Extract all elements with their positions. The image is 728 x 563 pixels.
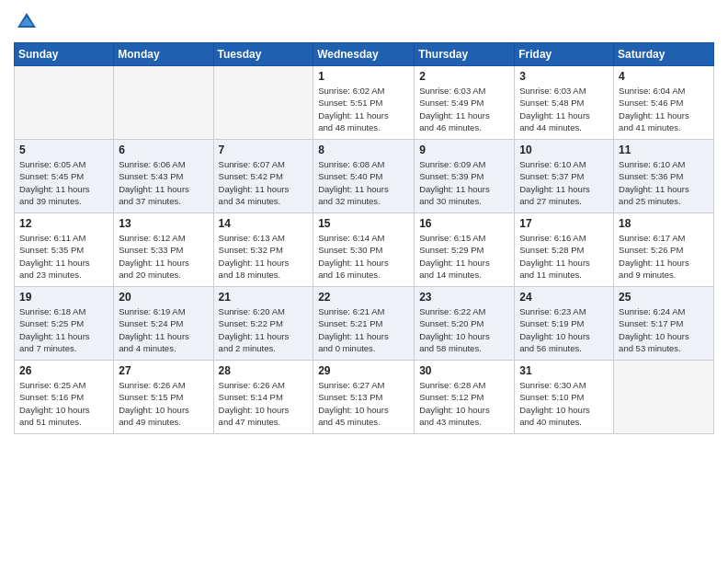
day-number: 31 (519, 364, 609, 377)
calendar-cell: 16Sunrise: 6:15 AM Sunset: 5:29 PM Dayli… (415, 213, 515, 287)
day-number: 21 (219, 291, 309, 304)
day-info: Sunrise: 6:14 AM Sunset: 5:30 PM Dayligh… (318, 232, 409, 281)
calendar-week-row: 26Sunrise: 6:25 AM Sunset: 5:16 PM Dayli… (15, 361, 714, 434)
calendar-cell: 15Sunrise: 6:14 AM Sunset: 5:30 PM Dayli… (313, 213, 415, 287)
calendar-cell: 2Sunrise: 6:03 AM Sunset: 5:49 PM Daylig… (415, 66, 515, 140)
calendar-cell: 9Sunrise: 6:09 AM Sunset: 5:39 PM Daylig… (415, 140, 515, 213)
day-number: 24 (519, 291, 609, 304)
calendar-cell: 29Sunrise: 6:27 AM Sunset: 5:13 PM Dayli… (313, 361, 415, 434)
day-number: 28 (219, 364, 309, 377)
weekday-header-row: SundayMondayTuesdayWednesdayThursdayFrid… (15, 43, 714, 66)
day-info: Sunrise: 6:10 AM Sunset: 5:36 PM Dayligh… (619, 158, 709, 207)
day-info: Sunrise: 6:10 AM Sunset: 5:37 PM Dayligh… (519, 158, 609, 207)
calendar-cell: 6Sunrise: 6:06 AM Sunset: 5:43 PM Daylig… (114, 140, 213, 213)
calendar-cell: 31Sunrise: 6:30 AM Sunset: 5:10 PM Dayli… (515, 361, 614, 434)
calendar-cell: 25Sunrise: 6:24 AM Sunset: 5:17 PM Dayli… (614, 287, 714, 361)
calendar-cell: 21Sunrise: 6:20 AM Sunset: 5:22 PM Dayli… (213, 287, 313, 361)
day-info: Sunrise: 6:25 AM Sunset: 5:16 PM Dayligh… (19, 379, 108, 428)
day-number: 20 (119, 291, 208, 304)
calendar-cell: 4Sunrise: 6:04 AM Sunset: 5:46 PM Daylig… (614, 66, 714, 140)
day-info: Sunrise: 6:16 AM Sunset: 5:28 PM Dayligh… (519, 232, 609, 281)
weekday-header-sunday: Sunday (15, 43, 114, 66)
calendar-cell: 18Sunrise: 6:17 AM Sunset: 5:26 PM Dayli… (614, 213, 714, 287)
calendar-cell: 19Sunrise: 6:18 AM Sunset: 5:25 PM Dayli… (15, 287, 114, 361)
day-number: 6 (119, 144, 208, 156)
calendar-cell: 27Sunrise: 6:26 AM Sunset: 5:15 PM Dayli… (114, 361, 213, 434)
calendar-cell: 26Sunrise: 6:25 AM Sunset: 5:16 PM Dayli… (15, 361, 114, 434)
day-info: Sunrise: 6:12 AM Sunset: 5:33 PM Dayligh… (119, 232, 208, 281)
day-number: 12 (19, 217, 108, 230)
calendar-week-row: 12Sunrise: 6:11 AM Sunset: 5:35 PM Dayli… (15, 213, 714, 287)
calendar-week-row: 5Sunrise: 6:05 AM Sunset: 5:45 PM Daylig… (15, 140, 714, 213)
calendar-week-row: 1Sunrise: 6:02 AM Sunset: 5:51 PM Daylig… (15, 66, 714, 140)
logo (14, 9, 43, 35)
day-number: 18 (619, 217, 709, 230)
calendar-cell (114, 66, 213, 140)
calendar-cell: 24Sunrise: 6:23 AM Sunset: 5:19 PM Dayli… (515, 287, 614, 361)
day-number: 14 (219, 217, 309, 230)
day-info: Sunrise: 6:09 AM Sunset: 5:39 PM Dayligh… (419, 158, 509, 207)
day-number: 22 (318, 291, 409, 304)
calendar-cell (614, 361, 714, 434)
calendar-cell (15, 66, 114, 140)
calendar-table: SundayMondayTuesdayWednesdayThursdayFrid… (14, 42, 714, 434)
day-info: Sunrise: 6:05 AM Sunset: 5:45 PM Dayligh… (19, 158, 108, 207)
day-number: 19 (19, 291, 108, 304)
calendar-cell: 23Sunrise: 6:22 AM Sunset: 5:20 PM Dayli… (415, 287, 515, 361)
weekday-header-thursday: Thursday (415, 43, 515, 66)
calendar-cell: 14Sunrise: 6:13 AM Sunset: 5:32 PM Dayli… (213, 213, 313, 287)
calendar-cell: 20Sunrise: 6:19 AM Sunset: 5:24 PM Dayli… (114, 287, 213, 361)
weekday-header-saturday: Saturday (614, 43, 714, 66)
day-number: 26 (19, 364, 108, 377)
day-info: Sunrise: 6:26 AM Sunset: 5:15 PM Dayligh… (119, 379, 208, 428)
calendar-cell: 12Sunrise: 6:11 AM Sunset: 5:35 PM Dayli… (15, 213, 114, 287)
day-info: Sunrise: 6:26 AM Sunset: 5:14 PM Dayligh… (219, 379, 309, 428)
day-number: 3 (519, 70, 609, 83)
day-info: Sunrise: 6:19 AM Sunset: 5:24 PM Dayligh… (119, 305, 208, 354)
day-number: 23 (419, 291, 509, 304)
day-info: Sunrise: 6:06 AM Sunset: 5:43 PM Dayligh… (119, 158, 208, 207)
weekday-header-tuesday: Tuesday (213, 43, 313, 66)
header (14, 9, 714, 35)
day-number: 27 (119, 364, 208, 377)
day-info: Sunrise: 6:24 AM Sunset: 5:17 PM Dayligh… (619, 305, 709, 354)
day-info: Sunrise: 6:21 AM Sunset: 5:21 PM Dayligh… (318, 305, 409, 354)
logo-icon (14, 9, 40, 35)
calendar-cell: 7Sunrise: 6:07 AM Sunset: 5:42 PM Daylig… (213, 140, 313, 213)
day-info: Sunrise: 6:30 AM Sunset: 5:10 PM Dayligh… (519, 379, 609, 428)
day-info: Sunrise: 6:23 AM Sunset: 5:19 PM Dayligh… (519, 305, 609, 354)
day-info: Sunrise: 6:03 AM Sunset: 5:48 PM Dayligh… (519, 85, 609, 133)
day-number: 8 (318, 144, 409, 156)
day-number: 17 (519, 217, 609, 230)
day-number: 2 (419, 70, 509, 83)
day-number: 7 (219, 144, 309, 156)
day-info: Sunrise: 6:02 AM Sunset: 5:51 PM Dayligh… (318, 85, 409, 133)
day-number: 30 (419, 364, 509, 377)
day-number: 29 (318, 364, 409, 377)
calendar-cell: 10Sunrise: 6:10 AM Sunset: 5:37 PM Dayli… (515, 140, 614, 213)
calendar-week-row: 19Sunrise: 6:18 AM Sunset: 5:25 PM Dayli… (15, 287, 714, 361)
calendar-cell: 30Sunrise: 6:28 AM Sunset: 5:12 PM Dayli… (415, 361, 515, 434)
day-number: 5 (19, 144, 108, 156)
weekday-header-wednesday: Wednesday (313, 43, 415, 66)
calendar-cell: 1Sunrise: 6:02 AM Sunset: 5:51 PM Daylig… (313, 66, 415, 140)
day-info: Sunrise: 6:17 AM Sunset: 5:26 PM Dayligh… (619, 232, 709, 281)
calendar-cell: 5Sunrise: 6:05 AM Sunset: 5:45 PM Daylig… (15, 140, 114, 213)
day-info: Sunrise: 6:03 AM Sunset: 5:49 PM Dayligh… (419, 85, 509, 133)
day-info: Sunrise: 6:04 AM Sunset: 5:46 PM Dayligh… (619, 85, 709, 133)
day-number: 15 (318, 217, 409, 230)
day-info: Sunrise: 6:15 AM Sunset: 5:29 PM Dayligh… (419, 232, 509, 281)
day-number: 1 (318, 70, 409, 83)
day-info: Sunrise: 6:27 AM Sunset: 5:13 PM Dayligh… (318, 379, 409, 428)
day-number: 4 (619, 70, 709, 83)
calendar-cell: 11Sunrise: 6:10 AM Sunset: 5:36 PM Dayli… (614, 140, 714, 213)
calendar-cell: 17Sunrise: 6:16 AM Sunset: 5:28 PM Dayli… (515, 213, 614, 287)
day-info: Sunrise: 6:07 AM Sunset: 5:42 PM Dayligh… (219, 158, 309, 207)
day-info: Sunrise: 6:28 AM Sunset: 5:12 PM Dayligh… (419, 379, 509, 428)
day-info: Sunrise: 6:20 AM Sunset: 5:22 PM Dayligh… (219, 305, 309, 354)
calendar-cell: 3Sunrise: 6:03 AM Sunset: 5:48 PM Daylig… (515, 66, 614, 140)
day-number: 9 (419, 144, 509, 156)
page: SundayMondayTuesdayWednesdayThursdayFrid… (0, 0, 728, 563)
calendar-cell: 28Sunrise: 6:26 AM Sunset: 5:14 PM Dayli… (213, 361, 313, 434)
weekday-header-monday: Monday (114, 43, 213, 66)
